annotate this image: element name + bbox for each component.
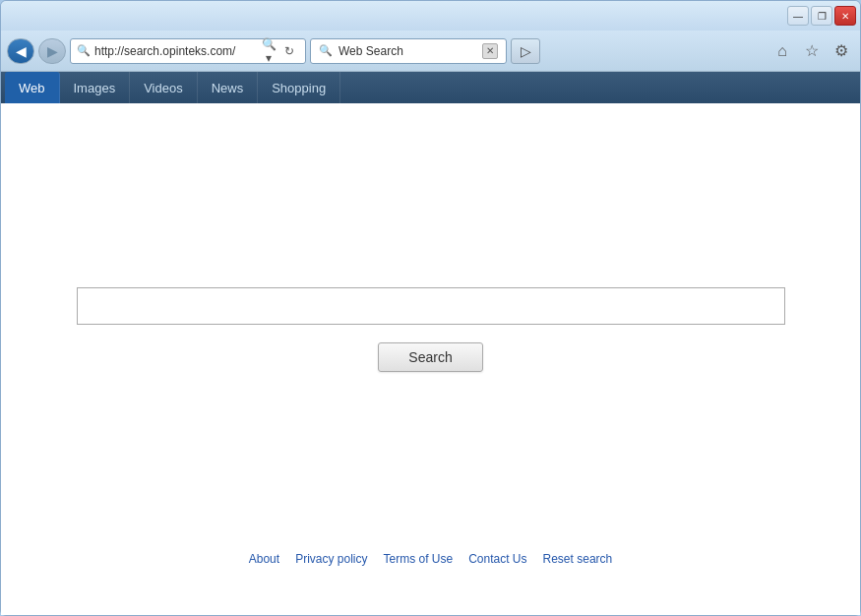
minimize-button[interactable]: — bbox=[787, 6, 809, 26]
gear-icon: ⚙ bbox=[834, 41, 848, 60]
search-icon-small: 🔍 bbox=[77, 44, 91, 57]
tab-news[interactable]: News bbox=[198, 72, 259, 103]
settings-button[interactable]: ⚙ bbox=[829, 38, 854, 64]
tab-videos[interactable]: Videos bbox=[130, 72, 198, 103]
search-tab-icon: 🔍 bbox=[319, 44, 333, 57]
address-actions: 🔍▾ ↻ bbox=[259, 41, 299, 61]
forward-button[interactable]: ▶ bbox=[38, 38, 66, 64]
footer-link-contact[interactable]: Contact Us bbox=[468, 552, 526, 566]
favorites-button[interactable]: ☆ bbox=[799, 38, 825, 64]
tab-images-label: Images bbox=[74, 81, 116, 95]
title-bar: — ❐ ✕ bbox=[1, 1, 860, 31]
search-area: Search bbox=[77, 287, 785, 372]
search-input[interactable] bbox=[77, 287, 785, 325]
back-icon: ◀ bbox=[16, 43, 27, 59]
tab-images[interactable]: Images bbox=[60, 72, 131, 103]
search-button[interactable]: Search bbox=[378, 342, 482, 372]
tab-shopping[interactable]: Shopping bbox=[258, 72, 340, 103]
search-dropdown-button[interactable]: 🔍▾ bbox=[259, 41, 278, 61]
go-icon: ▷ bbox=[521, 43, 531, 59]
address-box: 🔍 http://search.opinteks.com/ 🔍▾ ↻ bbox=[70, 38, 306, 64]
back-button[interactable]: ◀ bbox=[7, 38, 34, 64]
tab-shopping-label: Shopping bbox=[272, 81, 326, 95]
tab-web-label: Web bbox=[19, 81, 45, 95]
tab-news-label: News bbox=[212, 81, 244, 95]
content-wrapper: Search About Privacy policy Terms of Use… bbox=[1, 103, 860, 615]
footer-links: About Privacy policy Terms of Use Contac… bbox=[1, 552, 860, 566]
search-tab-text: Web Search bbox=[338, 44, 476, 58]
toolbar-icons: ⌂ ☆ ⚙ bbox=[769, 38, 854, 64]
refresh-button[interactable]: ↻ bbox=[279, 41, 299, 61]
nav-tabs: Web Images Videos News Shopping bbox=[1, 72, 860, 103]
footer-link-about[interactable]: About bbox=[249, 552, 279, 566]
address-text: http://search.opinteks.com/ bbox=[94, 44, 255, 58]
main-content: Search bbox=[1, 103, 860, 615]
tab-videos-label: Videos bbox=[144, 81, 183, 95]
tab-web[interactable]: Web bbox=[5, 72, 60, 103]
footer-link-privacy[interactable]: Privacy policy bbox=[295, 552, 367, 566]
address-bar-area: ◀ ▶ 🔍 http://search.opinteks.com/ 🔍▾ ↻ 🔍… bbox=[1, 31, 860, 72]
home-button[interactable]: ⌂ bbox=[769, 38, 795, 64]
search-tab-close-button[interactable]: ✕ bbox=[482, 43, 498, 59]
close-button[interactable]: ✕ bbox=[834, 6, 856, 26]
home-icon: ⌂ bbox=[777, 42, 787, 60]
address-go-button[interactable]: ▷ bbox=[511, 38, 540, 64]
footer-link-terms[interactable]: Terms of Use bbox=[383, 552, 453, 566]
browser-window: — ❐ ✕ ◀ ▶ 🔍 http://search.opinteks.com/ … bbox=[0, 0, 861, 616]
restore-button[interactable]: ❐ bbox=[811, 6, 832, 26]
star-icon: ☆ bbox=[805, 41, 819, 60]
footer-link-reset[interactable]: Reset search bbox=[543, 552, 613, 566]
forward-icon: ▶ bbox=[47, 43, 58, 59]
search-tab: 🔍 Web Search ✕ bbox=[310, 38, 507, 64]
window-controls: — ❐ ✕ bbox=[787, 6, 856, 26]
